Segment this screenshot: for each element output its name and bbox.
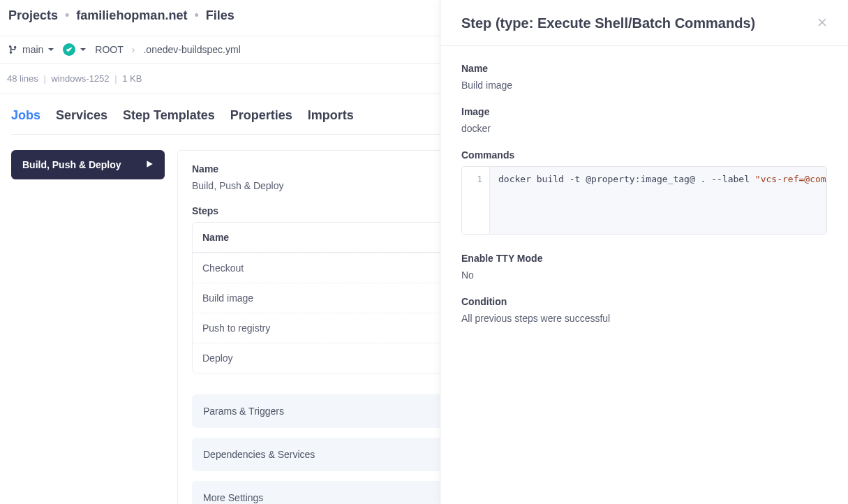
file-lines: 48 lines: [7, 73, 38, 84]
file-encoding: windows-1252: [51, 73, 109, 84]
field-tty-label: Enable TTY Mode: [461, 253, 827, 264]
job-pill[interactable]: Build, Push & Deploy: [11, 150, 165, 179]
breadcrumb-projects[interactable]: Projects: [8, 8, 58, 23]
field-image-value: docker: [461, 123, 827, 134]
path-file[interactable]: .onedev-buildspec.yml: [143, 44, 240, 55]
file-size: 1 KB: [122, 73, 142, 84]
field-image-label: Image: [461, 106, 827, 117]
breadcrumb-sep: •: [194, 8, 198, 23]
path-root[interactable]: ROOT: [95, 44, 123, 55]
job-pill-label: Build, Push & Deploy: [22, 159, 121, 170]
close-icon[interactable]: [817, 16, 827, 31]
build-status[interactable]: [63, 43, 87, 56]
field-tty-value: No: [461, 269, 827, 281]
branch-name: main: [22, 44, 43, 55]
breadcrumb-project[interactable]: familiehopman.net: [76, 8, 187, 23]
chevron-down-icon: [80, 46, 87, 53]
field-name-value: Build image: [461, 80, 827, 91]
breadcrumb-sep: •: [65, 8, 69, 23]
chevron-down-icon: [47, 46, 54, 53]
check-circle-icon: [63, 43, 75, 56]
breadcrumb-section: Files: [206, 8, 235, 23]
code-line-number: 1: [462, 167, 490, 234]
chevron-right-icon: ›: [132, 44, 135, 55]
commands-code: 1 docker build -t @property:image_tag@ .…: [461, 166, 827, 235]
tab-properties[interactable]: Properties: [230, 108, 292, 123]
tab-services[interactable]: Services: [56, 108, 107, 123]
field-commands-label: Commands: [461, 149, 827, 161]
tab-imports[interactable]: Imports: [308, 108, 354, 123]
tab-jobs[interactable]: Jobs: [11, 108, 40, 123]
step-side-panel: Step (type: Execute Shell/Batch Commands…: [440, 0, 848, 504]
field-condition-value: All previous steps were successful: [461, 313, 827, 324]
git-branch-icon: [8, 45, 18, 54]
code-scroll-area[interactable]: docker build -t @property:image_tag@ . -…: [490, 167, 826, 234]
branch-selector[interactable]: main: [8, 44, 54, 55]
field-name-label: Name: [461, 63, 827, 74]
code-line: docker build -t @property:image_tag@ . -…: [490, 167, 826, 191]
side-panel-title: Step (type: Execute Shell/Batch Commands…: [461, 15, 755, 31]
play-icon[interactable]: [145, 159, 154, 170]
tab-step-templates[interactable]: Step Templates: [123, 108, 215, 123]
field-condition-label: Condition: [461, 296, 827, 307]
